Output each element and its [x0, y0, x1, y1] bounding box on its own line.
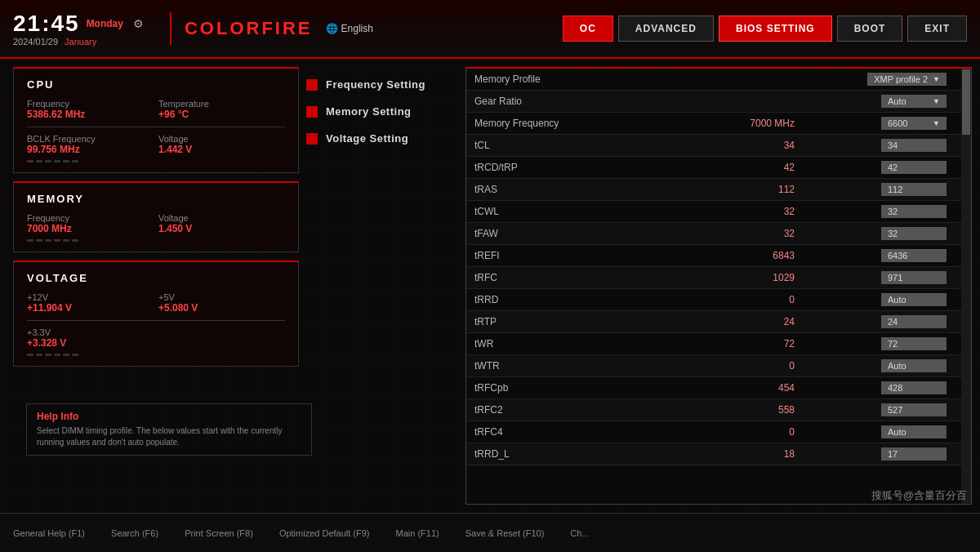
mem-volt-value: 1.450 V [158, 223, 285, 234]
setting-input-box[interactable]: 527 [881, 403, 947, 416]
scrollbar[interactable] [961, 69, 971, 504]
save-f10[interactable]: Save & Reset (F10) [466, 528, 545, 538]
setting-current-value [719, 69, 803, 91]
setting-input[interactable]: 72 [803, 333, 971, 355]
dropdown-arrow-icon: ▼ [933, 97, 940, 105]
setting-input-box[interactable]: 17 [881, 447, 947, 461]
memory-title: MEMORY [27, 193, 285, 205]
setting-input-box[interactable]: 428 [881, 381, 947, 394]
cpu-bclk-value: 99.756 MHz [27, 144, 154, 155]
table-row: tRFCpb454428 [466, 377, 971, 399]
setting-input-box[interactable]: 32 [881, 205, 947, 218]
watermark: 搜狐号@含量百分百 [871, 488, 967, 503]
cat-frequency-indicator [306, 79, 318, 91]
setting-name: tWR [466, 333, 719, 355]
nav-oc[interactable]: OC [563, 16, 613, 42]
setting-input[interactable]: 24 [803, 311, 971, 333]
setting-input-box[interactable]: Auto▼ [881, 95, 947, 108]
setting-current-value: 24 [719, 311, 803, 333]
setting-input[interactable]: XMP profile 2▼ [803, 69, 971, 91]
search-f6[interactable]: Search (F6) [111, 528, 158, 538]
setting-input-box[interactable]: Auto [881, 425, 947, 438]
table-row: tRFC1029971 [466, 267, 971, 289]
setting-input-box[interactable]: 112 [881, 183, 947, 196]
setting-input-box[interactable]: 24 [881, 315, 947, 328]
v12-value: +11.904 V [27, 302, 154, 314]
cat-memory[interactable]: Memory Setting [306, 100, 457, 122]
setting-input-box[interactable]: 72 [881, 337, 947, 350]
clock-day: Monday [87, 18, 123, 29]
setting-name: tCL [466, 135, 719, 157]
setting-input[interactable]: 42 [803, 157, 971, 179]
cat-frequency-label: Frequency Setting [326, 78, 425, 91]
setting-input[interactable]: 6600▼ [803, 113, 971, 135]
setting-input-box[interactable]: 34 [881, 139, 947, 152]
setting-input[interactable]: 34 [803, 135, 971, 157]
nav-boot[interactable]: BOOT [837, 16, 903, 42]
setting-input[interactable]: 6436 [803, 245, 971, 267]
setting-input[interactable]: Auto [803, 289, 971, 311]
setting-input[interactable]: Auto▼ [803, 91, 971, 113]
language-selector[interactable]: 🌐 English [326, 23, 373, 34]
cat-voltage[interactable]: Voltage Setting [306, 127, 457, 149]
setting-input-box[interactable]: 42 [881, 161, 947, 174]
cat-voltage-indicator [306, 133, 318, 145]
nav-bios-setting[interactable]: BIOS SETTING [719, 16, 832, 42]
setting-input-box[interactable]: Auto [881, 293, 947, 306]
mem-freq-value: 7000 MHz [27, 223, 154, 234]
cat-voltage-label: Voltage Setting [326, 132, 408, 145]
setting-input[interactable]: 32 [803, 223, 971, 245]
setting-current-value: 1029 [719, 267, 803, 289]
setting-input-box[interactable]: 6436 [881, 249, 947, 262]
setting-input-box[interactable]: 971 [881, 271, 947, 284]
language-label: English [341, 23, 373, 34]
setting-name: tRTP [466, 311, 719, 333]
help-title: Help Info [37, 411, 301, 422]
table-row: tRRD0Auto [466, 289, 971, 311]
setting-name: tRFC4 [466, 421, 719, 443]
setting-input[interactable]: Auto [803, 355, 971, 377]
print-f8[interactable]: Print Screen (F8) [185, 528, 253, 538]
setting-input-box[interactable]: 32 [881, 227, 947, 240]
help-f1[interactable]: General Help (F1) [13, 528, 85, 538]
nav-advanced[interactable]: ADVANCED [618, 16, 714, 42]
setting-name: Gear Ratio [466, 91, 719, 113]
setting-current-value [719, 91, 803, 113]
mem-freq-label: Frequency [27, 213, 154, 223]
nav-exit[interactable]: EXIT [907, 16, 967, 42]
table-row: Gear RatioAuto▼ [466, 91, 971, 113]
setting-input[interactable]: 112 [803, 179, 971, 201]
optimized-f9[interactable]: Optimized Default (F9) [279, 528, 370, 538]
cat-frequency[interactable]: Frequency Setting [306, 73, 457, 96]
cpu-bclk-label: BCLK Frequency [27, 134, 154, 144]
setting-name: tRCD/tRP [466, 157, 719, 179]
help-section: Help Info Select DIMM timing profile. Th… [26, 403, 312, 456]
settings-icon[interactable]: ⚙ [133, 17, 144, 30]
setting-input[interactable]: 17 [803, 443, 971, 465]
setting-input[interactable]: 32 [803, 201, 971, 223]
v12-label: +12V [27, 292, 154, 302]
setting-input-box[interactable]: 6600▼ [881, 117, 947, 130]
setting-current-value: 42 [719, 157, 803, 179]
setting-input[interactable]: 527 [803, 399, 971, 421]
cpu-volt-label: Voltage [158, 134, 285, 144]
setting-input-box[interactable]: Auto [881, 359, 947, 372]
setting-current-value: 0 [719, 289, 803, 311]
cpu-freq-label: Frequency [27, 99, 154, 109]
v5-label: +5V [158, 292, 285, 302]
clock-date: 2024/01/29 [13, 37, 58, 47]
clock-time: 21:45 [13, 11, 80, 37]
setting-input-box[interactable]: XMP profile 2▼ [867, 73, 947, 86]
cat-memory-label: Memory Setting [326, 105, 412, 118]
setting-input[interactable]: 971 [803, 267, 971, 289]
cpu-temp-value: +96 °C [158, 109, 285, 120]
scrollbar-thumb[interactable] [962, 69, 970, 135]
setting-input[interactable]: 428 [803, 377, 971, 399]
table-row: tREFI68436436 [466, 245, 971, 267]
setting-name: Memory Profile [466, 69, 719, 91]
setting-current-value: 6843 [719, 245, 803, 267]
table-row: tCL3434 [466, 135, 971, 157]
clock-month: January [65, 37, 96, 47]
main-f11[interactable]: Main (F11) [396, 528, 439, 538]
setting-input[interactable]: Auto [803, 421, 971, 443]
